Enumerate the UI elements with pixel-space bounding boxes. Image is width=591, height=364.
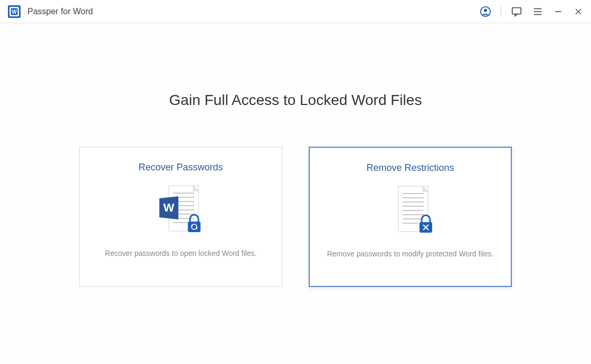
app-title: Passper for Word xyxy=(27,7,93,16)
svg-rect-6 xyxy=(512,7,521,14)
minimize-button[interactable] xyxy=(553,6,564,17)
titlebar-divider xyxy=(501,6,501,17)
remove-restrictions-card[interactable]: Remove Restrictions xyxy=(309,147,512,287)
recover-card-icon: W xyxy=(152,181,210,240)
titlebar-actions xyxy=(480,6,584,17)
page-heading: Gain Full Access to Locked Word Files xyxy=(0,92,591,109)
titlebar: W Passper for Word xyxy=(0,0,591,23)
recover-card-desc: Recover passwords to open locked Word fi… xyxy=(105,249,257,257)
svg-point-5 xyxy=(484,8,487,12)
remove-card-icon xyxy=(382,182,440,240)
recover-passwords-card[interactable]: Recover Passwords W xyxy=(79,147,282,287)
svg-text:W: W xyxy=(163,201,174,214)
option-cards: Recover Passwords W xyxy=(0,147,591,287)
remove-card-title: Remove Restrictions xyxy=(366,162,454,174)
feedback-icon[interactable] xyxy=(511,6,522,17)
account-icon[interactable] xyxy=(480,6,491,17)
main-content: Gain Full Access to Locked Word Files Re… xyxy=(0,23,591,287)
menu-icon[interactable] xyxy=(532,6,544,17)
remove-card-desc: Remove passwords to modify protected Wor… xyxy=(327,250,494,258)
app-logo-icon: W xyxy=(7,5,21,18)
close-button[interactable] xyxy=(573,6,584,17)
svg-text:W: W xyxy=(12,9,17,15)
recover-card-title: Recover Passwords xyxy=(138,162,223,173)
svg-rect-25 xyxy=(188,222,201,232)
